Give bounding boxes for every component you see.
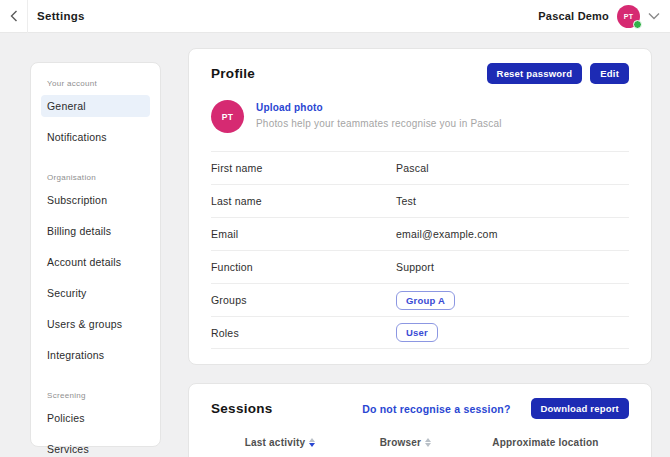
field-row-email: Email email@example.com (211, 217, 629, 250)
sidebar-section-screening: Screening (41, 391, 150, 400)
topbar: Settings Pascal Demo PT (0, 0, 670, 33)
column-approximate-location: Approximate location (492, 437, 598, 448)
chevron-left-icon (10, 10, 18, 22)
field-value: Support (396, 261, 434, 273)
online-status-dot (633, 20, 642, 29)
page-title: Settings (37, 10, 85, 22)
field-label: Function (211, 261, 396, 273)
sidebar-section-your-account: Your account (41, 79, 150, 88)
profile-avatar: PT (211, 100, 244, 133)
field-row-groups: Groups Group A (211, 283, 629, 316)
sidebar-item-users-groups[interactable]: Users & groups (41, 313, 150, 335)
field-label: Email (211, 228, 396, 240)
column-browser: Browser (380, 437, 421, 448)
field-row-roles: Roles User (211, 316, 629, 349)
field-label: Roles (211, 327, 396, 339)
field-value: email@example.com (396, 228, 498, 240)
sessions-title: Sessions (211, 401, 273, 416)
settings-sidebar: Your account General Notifications Organ… (30, 62, 161, 447)
download-report-button[interactable]: Download report (531, 398, 629, 419)
sidebar-item-subscription[interactable]: Subscription (41, 189, 150, 211)
upload-photo-link[interactable]: Upload photo (256, 102, 502, 113)
chevron-down-icon[interactable] (648, 12, 660, 20)
sidebar-item-security[interactable]: Security (41, 282, 150, 304)
do-not-recognise-session-link[interactable]: Do not recognise a session? (362, 403, 510, 415)
field-label: First name (211, 162, 396, 174)
field-row-first-name: First name Pascal (211, 151, 629, 184)
field-row-function: Function Support (211, 250, 629, 283)
field-label: Last name (211, 195, 396, 207)
sidebar-item-notifications[interactable]: Notifications (41, 126, 150, 148)
sidebar-item-integrations[interactable]: Integrations (41, 344, 150, 366)
sidebar-section-organisation: Organisation (41, 173, 150, 182)
upload-photo-hint: Photos help your teammates recognise you… (256, 118, 502, 129)
field-value: Test (396, 195, 416, 207)
sort-icon-browser[interactable] (425, 438, 431, 447)
field-row-last-name: Last name Test (211, 184, 629, 217)
sort-icon-last-activity[interactable] (309, 438, 315, 447)
sidebar-item-account-details[interactable]: Account details (41, 251, 150, 273)
group-chip[interactable]: Group A (396, 291, 455, 310)
sidebar-item-policies[interactable]: Policies (41, 407, 150, 429)
reset-password-button[interactable]: Reset password (487, 63, 583, 84)
user-name: Pascal Demo (538, 10, 609, 22)
field-value: Pascal (396, 162, 429, 174)
role-chip[interactable]: User (396, 323, 438, 342)
user-avatar[interactable]: PT (617, 5, 640, 28)
back-button[interactable] (0, 0, 28, 33)
profile-card: Profile Reset password Edit PT Upload ph… (188, 48, 652, 365)
sidebar-item-general[interactable]: General (41, 95, 150, 117)
sessions-card: Sessions Do not recognise a session? Dow… (188, 383, 652, 457)
field-label: Groups (211, 294, 396, 306)
sessions-table-header: Last activity Browser Approximate locati… (211, 437, 629, 457)
edit-button[interactable]: Edit (590, 63, 629, 84)
profile-title: Profile (211, 66, 255, 81)
sidebar-item-billing-details[interactable]: Billing details (41, 220, 150, 242)
column-last-activity: Last activity (245, 437, 305, 448)
sidebar-item-services[interactable]: Services (41, 438, 150, 457)
